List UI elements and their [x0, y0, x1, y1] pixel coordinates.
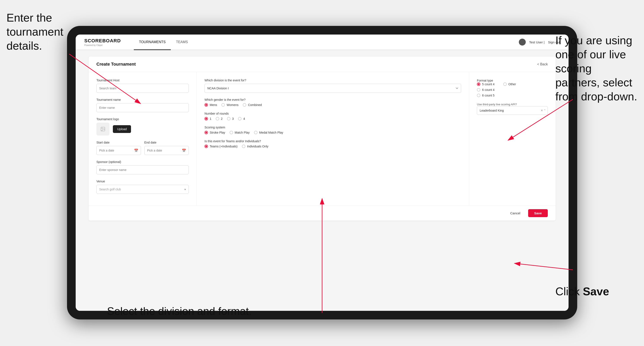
sponsor-group: Sponsor (optional): [96, 160, 189, 174]
right-column: Format type 5 count 4 6 count: [469, 72, 556, 205]
format-6count4[interactable]: 6 count 4: [477, 88, 494, 92]
live-scoring-group: Use third-party live scoring API? Leader…: [477, 102, 548, 115]
format-5count4-radio[interactable]: [477, 82, 480, 86]
scoring-radio-group: Stroke Play Match Play Medal Match Play: [204, 131, 461, 134]
scoring-stroke[interactable]: Stroke Play: [204, 131, 225, 134]
nav-teams[interactable]: TEAMS: [171, 34, 193, 50]
gender-combined[interactable]: Combined: [243, 103, 262, 107]
live-scoring-label: Use third-party live scoring API?: [477, 103, 517, 106]
rounds-4-radio[interactable]: [238, 117, 242, 120]
cancel-button[interactable]: Cancel: [506, 209, 525, 217]
start-date-group: Start date 📅: [96, 141, 141, 155]
teams-radio[interactable]: [204, 145, 208, 148]
venue-chevron-icon: ▾: [184, 188, 186, 191]
host-input[interactable]: [96, 84, 189, 93]
live-scoring-clear-icon[interactable]: ×: [541, 109, 543, 112]
venue-group: Venue Search golf club ▾: [96, 179, 189, 194]
sponsor-label: Sponsor (optional): [96, 160, 189, 164]
form-body: Tournament Host Tournament name Tourname…: [89, 72, 556, 205]
logo-upload-area: Upload: [96, 123, 189, 136]
format-6count5-radio[interactable]: [477, 94, 480, 97]
host-label: Tournament Host: [96, 79, 189, 82]
venue-label: Venue: [96, 179, 189, 183]
tournament-name-group: Tournament name: [96, 98, 189, 112]
svg-point-1: [102, 128, 102, 129]
gender-womens-radio[interactable]: [221, 103, 225, 107]
sponsor-input[interactable]: [96, 165, 189, 174]
individuals-radio[interactable]: [242, 145, 245, 148]
logo-label: Tournament logo: [96, 117, 189, 121]
scoring-match[interactable]: Match Play: [230, 131, 250, 134]
end-date-group: End date 📅: [144, 141, 189, 155]
venue-placeholder: Search golf club: [99, 187, 121, 191]
left-column: Tournament Host Tournament name Tourname…: [89, 72, 197, 205]
format-6count5[interactable]: 6 count 5: [477, 94, 494, 97]
format-type-group: Format type 5 count 4 6 count: [477, 79, 548, 97]
gender-label: Which gender is the event for?: [204, 98, 461, 101]
create-tournament-card: Create Tournament < Back Tournament Host…: [89, 57, 556, 221]
annotation-bottomright: Click Save: [555, 285, 638, 299]
individuals-only[interactable]: Individuals Only: [242, 145, 268, 148]
teams-radio-group: Teams (+Individuals) Individuals Only: [204, 145, 461, 148]
live-scoring-chevron-icon: ⌃: [544, 109, 546, 112]
main-content: Create Tournament < Back Tournament Host…: [76, 50, 568, 311]
format-other-radio[interactable]: [503, 82, 507, 86]
logo-text: SCOREBOARD: [84, 38, 121, 44]
gender-mens-radio[interactable]: [204, 103, 208, 107]
rounds-3[interactable]: 3: [227, 117, 234, 120]
rounds-radio-group: 1 2 3: [204, 117, 461, 120]
division-select[interactable]: NCAA Division I: [204, 84, 461, 93]
gender-radio-group: Mens Womens Combined: [204, 103, 461, 107]
calendar-icon: 📅: [134, 149, 138, 153]
rounds-label: Number of rounds: [204, 112, 461, 115]
card-footer: Cancel Save: [89, 205, 556, 221]
scoring-group: Scoring system Stroke Play Match Play: [204, 126, 461, 134]
rounds-2[interactable]: 2: [216, 117, 223, 120]
end-date-wrapper: 📅: [144, 146, 189, 155]
rounds-2-radio[interactable]: [216, 117, 219, 120]
upload-button[interactable]: Upload: [113, 125, 131, 133]
gender-combined-radio[interactable]: [243, 103, 246, 107]
format-right-col: Other: [503, 82, 516, 97]
nav-tournaments[interactable]: TOURNAMENTS: [134, 34, 171, 50]
annotation-topleft: Enter the tournament details.: [6, 11, 67, 53]
live-scoring-select[interactable]: Leaderboard King × ⌃: [477, 106, 548, 115]
rounds-group: Number of rounds 1 2: [204, 112, 461, 120]
save-button[interactable]: Save: [528, 209, 548, 217]
middle-column: Which division is the event for? NCAA Di…: [197, 72, 469, 205]
format-other[interactable]: Other: [503, 82, 516, 86]
card-header: Create Tournament < Back: [89, 57, 556, 72]
division-group: Which division is the event for? NCAA Di…: [204, 79, 461, 93]
rounds-1-radio[interactable]: [204, 117, 208, 120]
rounds-1[interactable]: 1: [204, 117, 212, 120]
date-row: Start date 📅 End date 📅: [96, 141, 189, 155]
format-options: 5 count 4 6 count 4 6 count 5: [477, 82, 548, 97]
format-6count4-radio[interactable]: [477, 88, 480, 92]
navbar: SCOREBOARD Powered by Clippd TOURNAMENTS…: [76, 34, 568, 50]
scoring-medal-match[interactable]: Medal Match Play: [254, 131, 283, 134]
gender-mens[interactable]: Mens: [204, 103, 217, 107]
end-date-label: End date: [144, 141, 189, 144]
start-date-label: Start date: [96, 141, 141, 144]
teams-group: Is this event for Teams and/or Individua…: [204, 140, 461, 148]
card-title: Create Tournament: [96, 62, 136, 67]
tournament-logo-group: Tournament logo Upload: [96, 117, 189, 136]
tournament-host-group: Tournament Host: [96, 79, 189, 93]
scoring-match-radio[interactable]: [230, 131, 233, 134]
teams-plus-individuals[interactable]: Teams (+Individuals): [204, 145, 238, 148]
venue-select[interactable]: Search golf club ▾: [96, 185, 189, 194]
logo-placeholder: [96, 123, 110, 136]
teams-label: Is this event for Teams and/or Individua…: [204, 140, 461, 143]
name-input[interactable]: [96, 103, 189, 112]
rounds-4[interactable]: 4: [238, 117, 245, 120]
back-button[interactable]: < Back: [537, 62, 548, 66]
format-5count4[interactable]: 5 count 4: [477, 82, 494, 86]
start-date-wrapper: 📅: [96, 146, 141, 155]
rounds-3-radio[interactable]: [227, 117, 230, 120]
format-left-col: 5 count 4 6 count 4 6 count 5: [477, 82, 494, 97]
format-label: Format type: [477, 79, 493, 82]
gender-womens[interactable]: Womens: [221, 103, 238, 107]
logo-area: SCOREBOARD Powered by Clippd: [84, 38, 121, 46]
scoring-stroke-radio[interactable]: [204, 131, 208, 134]
scoring-medal-match-radio[interactable]: [254, 131, 258, 134]
